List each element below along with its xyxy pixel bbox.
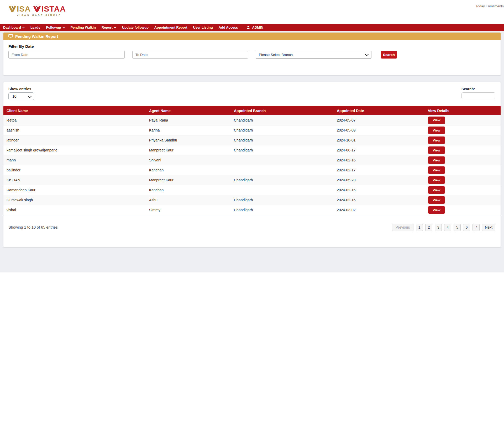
view-button[interactable]: View bbox=[428, 196, 445, 204]
pagination: Previous 1234567Next bbox=[392, 224, 495, 231]
nav-user-label: ADMIN bbox=[252, 25, 264, 29]
view-details-cell: View bbox=[425, 155, 501, 165]
appointed-date-cell: 2024-02-16 bbox=[334, 155, 425, 165]
table-controls: Show entries 10 Search: bbox=[3, 87, 501, 100]
previous-page-button[interactable]: Previous bbox=[392, 224, 413, 231]
table-row: jatinder Priyanka Sandhu Chandigarh 2024… bbox=[3, 135, 501, 145]
table-search-input[interactable] bbox=[461, 92, 495, 99]
visa-vistaa-logo[interactable]: ISA ISTAA VISAS MADE SIMPLE bbox=[9, 6, 69, 17]
column-header-appointed-branch[interactable]: Appointed Branch bbox=[231, 106, 334, 115]
appointed-branch-cell bbox=[231, 165, 334, 175]
nav-item-label: Followup bbox=[46, 25, 61, 29]
view-button[interactable]: View bbox=[428, 166, 445, 174]
page-size-wrap: 10 bbox=[8, 92, 34, 100]
page-number-button-5[interactable]: 5 bbox=[454, 224, 461, 231]
agent-name-cell: Kanchan bbox=[146, 165, 231, 175]
page-number-button-1[interactable]: 1 bbox=[416, 224, 423, 231]
nav-item-leads[interactable]: Leads bbox=[28, 24, 43, 31]
red-v-chevron-icon bbox=[33, 6, 41, 12]
person-icon bbox=[246, 25, 250, 29]
view-details-cell: View bbox=[425, 135, 501, 145]
page-number-button-7[interactable]: 7 bbox=[472, 224, 480, 231]
nav-item-label: Appointment Report bbox=[154, 25, 187, 29]
column-header-appointed-date[interactable]: Appointed Date bbox=[334, 106, 425, 115]
view-button[interactable]: View bbox=[428, 127, 445, 134]
appointed-branch-cell bbox=[231, 155, 334, 165]
logo-word-visa: ISA bbox=[17, 6, 31, 12]
table-row: Ramandeep Kaur Kanchan 2024-02-16 View bbox=[3, 185, 501, 195]
nav-item-appointment-report[interactable]: Appointment Report bbox=[151, 24, 190, 31]
appointed-date-cell: 2024-03-02 bbox=[334, 205, 425, 215]
logo-word-vistaa: ISTAA bbox=[41, 6, 66, 12]
appointed-date-cell: 2024-05-07 bbox=[334, 115, 425, 125]
agent-name-cell: Karina bbox=[146, 125, 231, 135]
view-button[interactable]: View bbox=[428, 186, 445, 194]
table-row: mann Shivani 2024-02-16 View bbox=[3, 155, 501, 165]
appointed-branch-cell: Chandigarh bbox=[231, 175, 334, 185]
client-name-cell: jeetpal bbox=[3, 115, 146, 125]
view-details-cell: View bbox=[425, 185, 501, 195]
page-number-button-4[interactable]: 4 bbox=[444, 224, 451, 231]
to-date-input[interactable] bbox=[132, 51, 248, 59]
client-name-cell: jatinder bbox=[3, 135, 146, 145]
page-size-select[interactable]: 10 bbox=[8, 92, 34, 100]
nav-item-label: Leads bbox=[30, 25, 40, 29]
view-button[interactable]: View bbox=[428, 156, 445, 164]
nav-item-dashboard[interactable]: Dashboard bbox=[0, 24, 28, 31]
appointed-date-cell: 2024-06-17 bbox=[334, 145, 425, 155]
view-details-cell: View bbox=[425, 125, 501, 135]
next-page-button[interactable]: Next bbox=[482, 224, 495, 231]
filter-card: Pending Walkin Report Filter By Date Ple… bbox=[3, 33, 501, 75]
client-name-cell: Ramandeep Kaur bbox=[3, 185, 146, 195]
monitor-icon bbox=[8, 34, 13, 38]
appointed-date-cell: 2024-05-09 bbox=[334, 125, 425, 135]
view-button[interactable]: View bbox=[428, 117, 445, 124]
view-button[interactable]: View bbox=[428, 206, 445, 214]
nav-item-update-followup[interactable]: Update followup bbox=[119, 24, 151, 31]
appointed-date-cell: 2024-02-16 bbox=[334, 185, 425, 195]
table-row: KISHAN Manpreet Kaur Chandigarh 2024-05-… bbox=[3, 175, 501, 185]
appointed-date-cell: 2024-05-20 bbox=[334, 175, 425, 185]
nav-item-user-listing[interactable]: User Listing bbox=[190, 24, 216, 31]
view-button[interactable]: View bbox=[428, 176, 445, 184]
appointed-date-cell: 2024-10-01 bbox=[334, 135, 425, 145]
nav-item-label: User Listing bbox=[193, 25, 213, 29]
page-title: Pending Walkin Report bbox=[15, 34, 58, 39]
agent-name-cell: Kanchan bbox=[146, 185, 231, 195]
appointed-branch-cell: Chandigarh bbox=[231, 205, 334, 215]
page-number-button-2[interactable]: 2 bbox=[425, 224, 432, 231]
table-row: vishal Simmy Chandigarh 2024-03-02 View bbox=[3, 205, 501, 215]
nav-item-label: Update followup bbox=[122, 25, 149, 29]
nav-item-report[interactable]: Report bbox=[99, 24, 119, 31]
nav-item-pending-walkin[interactable]: Pending Walkin bbox=[68, 24, 99, 31]
column-header-view-details[interactable]: View Details bbox=[425, 106, 501, 115]
page-number-button-6[interactable]: 6 bbox=[463, 224, 470, 231]
chevron-down-icon bbox=[22, 27, 25, 28]
nav-item-admin[interactable]: ADMIN bbox=[243, 24, 267, 31]
column-header-client-name[interactable]: Client Name bbox=[3, 106, 146, 115]
main-navbar: Dashboard Leads Followup Pending Walkin … bbox=[0, 24, 504, 31]
appointed-branch-cell: Chandigarh bbox=[231, 135, 334, 145]
table-row: Gursewak singh Ashu Chandigarh 2024-02-1… bbox=[3, 195, 501, 205]
table-row: baljinder Kanchan 2024-02-17 View bbox=[3, 165, 501, 175]
view-button[interactable]: View bbox=[428, 146, 445, 154]
client-name-cell: kamaljeet singh grewal(anparje bbox=[3, 145, 146, 155]
appointed-branch-cell: Chandigarh bbox=[231, 195, 334, 205]
search-button[interactable]: Search bbox=[381, 51, 397, 59]
show-entries-label: Show entries bbox=[8, 87, 34, 91]
page-number-button-3[interactable]: 3 bbox=[435, 224, 442, 231]
view-button[interactable]: View bbox=[428, 136, 445, 144]
branch-select-wrap: Please Select Branch bbox=[256, 51, 371, 59]
agent-name-cell: Simmy bbox=[146, 205, 231, 215]
column-header-agent-name[interactable]: Agent Name bbox=[146, 106, 231, 115]
nav-item-add-access[interactable]: Add Access bbox=[216, 24, 241, 31]
nav-item-label: Dashboard bbox=[3, 25, 21, 29]
branch-select[interactable]: Please Select Branch bbox=[256, 51, 371, 59]
appointed-date-cell: 2024-02-16 bbox=[334, 195, 425, 205]
table-row: kamaljeet singh grewal(anparje Manpreet … bbox=[3, 145, 501, 155]
client-name-cell: baljinder bbox=[3, 165, 146, 175]
nav-item-followup[interactable]: Followup bbox=[43, 24, 67, 31]
nav-menu: Dashboard Leads Followup Pending Walkin … bbox=[0, 24, 241, 31]
logo-tagline: VISAS MADE SIMPLE bbox=[17, 14, 69, 17]
from-date-input[interactable] bbox=[8, 51, 125, 59]
